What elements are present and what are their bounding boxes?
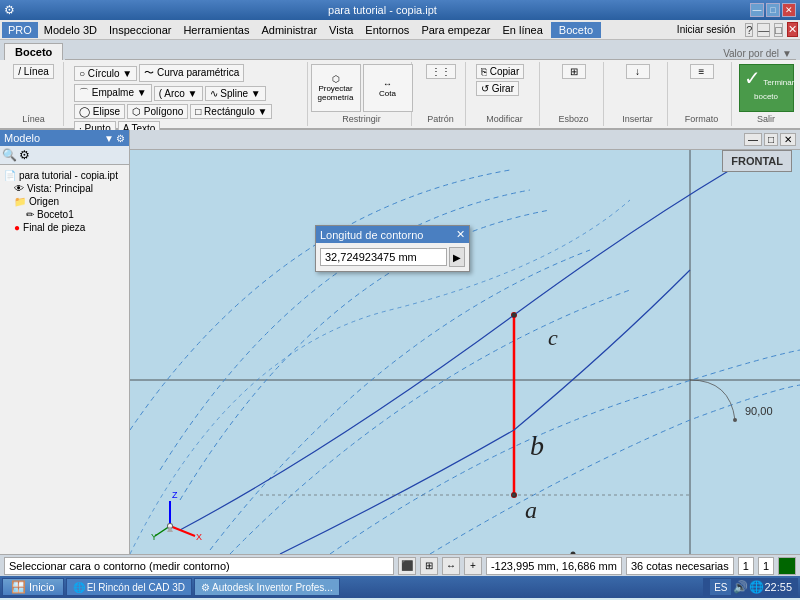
tab-boceto[interactable]: Boceto: [4, 43, 63, 60]
panel-icon1[interactable]: 🔍: [2, 148, 17, 162]
title-bar: ⚙ para tutorial - copia.ipt — □ ✕: [0, 0, 800, 20]
app1-icon: 🌐: [73, 582, 85, 593]
menu-iniciar-sesion[interactable]: Iniciar sesión: [671, 22, 741, 37]
status-bar: Seleccionar cara o contorno (medir conto…: [0, 554, 800, 576]
menu-vista[interactable]: Vista: [323, 22, 359, 38]
btn-empalme[interactable]: ⌒ Empalme ▼: [74, 84, 152, 102]
tree-boceto[interactable]: ✏ Boceto1: [2, 208, 127, 221]
sys-icon-2: 🌐: [748, 578, 764, 596]
panel-settings-icon[interactable]: ⚙: [116, 133, 125, 144]
panel-filter-icon[interactable]: ▼: [104, 133, 114, 144]
tree-final[interactable]: ● Final de pieza: [2, 221, 127, 234]
group-insertar: ↓ Insertar: [608, 62, 668, 126]
group-restringir: ⬡ Proyectargeometría ↔ Cota Restringir: [312, 62, 412, 126]
taskbar-app-2[interactable]: ⚙ Autodesk Inventor Profes...: [194, 578, 340, 596]
window-controls[interactable]: — □ ✕: [750, 3, 796, 17]
start-label: Inicio: [29, 581, 55, 593]
btn-patron[interactable]: ⋮⋮: [426, 64, 456, 79]
tree-origen[interactable]: 📁 Origen: [2, 195, 127, 208]
windows-icon: 🪟: [11, 580, 26, 594]
tree-vista[interactable]: 👁 Vista: Principal: [2, 182, 127, 195]
menu-herramientas[interactable]: Herramientas: [177, 22, 255, 38]
menu-pro[interactable]: PRO: [2, 22, 38, 38]
btn-elipse[interactable]: ◯ Elipse: [74, 104, 125, 119]
taskbar-app-1[interactable]: 🌐 El Rincón del CAD 3D: [66, 578, 192, 596]
status-icon-2[interactable]: ⊞: [420, 557, 438, 575]
panel-icon2[interactable]: ⚙: [19, 148, 30, 162]
btn-terminar-boceto[interactable]: ✓ Terminarboceto: [739, 64, 794, 112]
start-button[interactable]: 🪟 Inicio: [2, 578, 64, 596]
svg-text:a: a: [525, 497, 537, 523]
menu-inspeccionar[interactable]: Inspeccionar: [103, 22, 177, 38]
main-area: Modelo ▼ ⚙ 🔍 ⚙ 📄 para tutorial - copia.i…: [0, 130, 800, 554]
xyz-indicator: Z X Y: [150, 486, 210, 546]
menu-administrar[interactable]: Administrar: [255, 22, 323, 38]
menu-modelo3d[interactable]: Modelo 3D: [38, 22, 103, 38]
btn-curva-parametrica[interactable]: 〜 Curva paramétrica: [139, 64, 244, 82]
dibujar-buttons: ○ Círculo ▼ 〜 Curva paramétrica ⌒ Empalm…: [74, 64, 301, 136]
popup-close-button[interactable]: ✕: [456, 228, 465, 241]
group-salir: ✓ Terminarboceto Salir: [736, 62, 796, 126]
canvas-min-icon[interactable]: —: [744, 133, 762, 146]
status-icon-1[interactable]: ⬛: [398, 557, 416, 575]
tree-boceto-icon: ✏: [26, 209, 34, 220]
toolbar: Boceto Valor por del ▼ / Línea Línea ○ C…: [0, 40, 800, 130]
status-icon-3[interactable]: ↔: [442, 557, 460, 575]
btn-spline[interactable]: ∿ Spline ▼: [205, 86, 266, 101]
help-button[interactable]: ?: [745, 23, 753, 37]
btn-cota[interactable]: ↔ Cota: [363, 64, 413, 112]
panel-title: Modelo: [4, 132, 40, 144]
btn-formato[interactable]: ≡: [690, 64, 714, 79]
btn-copiar[interactable]: ⎘ Copiar: [476, 64, 524, 79]
menu-entornos[interactable]: Entornos: [359, 22, 415, 38]
btn-poligono[interactable]: ⬡ Polígono: [127, 104, 188, 119]
max-btn2[interactable]: □: [774, 23, 783, 37]
canvas-max-icon[interactable]: □: [764, 133, 778, 146]
btn-girar[interactable]: ↺ Girar: [476, 81, 519, 96]
status-zoom: 1: [758, 557, 774, 575]
panel-header: Modelo ▼ ⚙: [0, 130, 129, 146]
group-patron: ⋮⋮ Patrón: [416, 62, 466, 126]
btn-esbozo[interactable]: ⊞: [562, 64, 586, 79]
lang-selector[interactable]: ES: [709, 578, 732, 596]
btn-insertar[interactable]: ↓: [626, 64, 650, 79]
popup-next-button[interactable]: ▶: [449, 247, 465, 267]
cota-label: Cota: [379, 89, 396, 98]
group-esbozo-label: Esbozo: [558, 112, 588, 124]
finish-label: Terminarboceto: [754, 78, 794, 101]
close-button[interactable]: ✕: [782, 3, 796, 17]
menu-boceto-tab[interactable]: Boceto: [551, 22, 601, 38]
popup-dialog: Longitud de contorno ✕ 32,724923475 mm ▶: [315, 225, 470, 272]
tree-origen-icon: 📁: [14, 196, 26, 207]
popup-value-field[interactable]: 32,724923475 mm: [320, 248, 447, 266]
btn-circulo[interactable]: ○ Círculo ▼: [74, 66, 137, 81]
close-btn2[interactable]: ✕: [787, 22, 798, 37]
tree-panel: 📄 para tutorial - copia.ipt 👁 Vista: Pri…: [0, 165, 129, 554]
status-coordinates: -123,995 mm, 16,686 mm: [486, 557, 622, 575]
btn-linea[interactable]: / Línea: [13, 64, 54, 79]
tree-root[interactable]: 📄 para tutorial - copia.ipt: [2, 169, 127, 182]
menu-en-linea[interactable]: En línea: [496, 22, 548, 38]
svg-text:b: b: [530, 430, 544, 461]
valor-dropdown[interactable]: ▼: [782, 48, 792, 59]
menu-para-empezar[interactable]: Para empezar: [415, 22, 496, 38]
btn-rectangulo[interactable]: □ Rectángulo ▼: [190, 104, 272, 119]
btn-arco[interactable]: ( Arco ▼: [154, 86, 203, 101]
tree-origen-label: Origen: [29, 196, 59, 207]
patron-buttons: ⋮⋮: [426, 64, 456, 79]
btn-proyectar[interactable]: ⬡ Proyectargeometría: [311, 64, 361, 112]
group-modificar: ⎘ Copiar ↺ Girar Modificar: [470, 62, 540, 126]
cota-icon: ↔: [383, 79, 392, 89]
group-patron-label: Patrón: [427, 112, 454, 124]
tree-vista-icon: 👁: [14, 183, 24, 194]
sys-icon-1: 🔊: [732, 578, 748, 596]
maximize-button[interactable]: □: [766, 3, 780, 17]
toolbar-content: / Línea Línea ○ Círculo ▼ 〜 Curva paramé…: [0, 60, 800, 128]
canvas-close-icon[interactable]: ✕: [780, 133, 796, 146]
minimize-button[interactable]: —: [750, 3, 764, 17]
app1-label: El Rincón del CAD 3D: [87, 582, 185, 593]
canvas-area[interactable]: — □ ✕: [130, 130, 800, 554]
min-btn2[interactable]: —: [757, 23, 770, 37]
tree-boceto-label: Boceto1: [37, 209, 74, 220]
status-icon-4[interactable]: +: [464, 557, 482, 575]
